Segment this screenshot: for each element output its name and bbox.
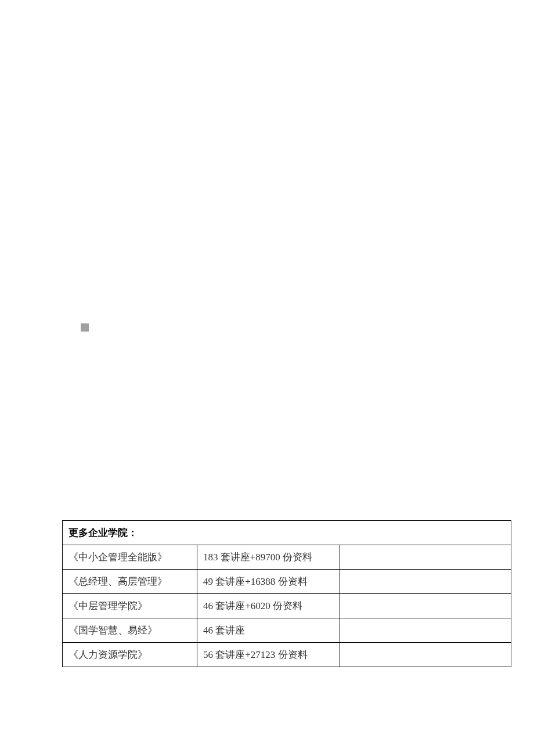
course-content-cell: 46 套讲座 xyxy=(197,618,340,643)
course-title-cell: 《中小企管理全能版》 xyxy=(63,545,197,570)
course-empty-cell xyxy=(340,594,511,618)
table-row: 《人力资源学院》 56 套讲座+27123 份资料 xyxy=(63,643,511,667)
course-title-cell: 《人力资源学院》 xyxy=(63,643,197,667)
table-row: 《中层管理学院》 46 套讲座+6020 份资料 xyxy=(63,594,511,618)
course-title-cell: 《国学智慧、易经》 xyxy=(63,618,197,643)
course-content-cell: 183 套讲座+89700 份资料 xyxy=(197,545,340,570)
course-empty-cell xyxy=(340,545,511,570)
table-row: 《国学智慧、易经》 46 套讲座 xyxy=(63,618,511,643)
course-table-container: 更多企业学院： 《中小企管理全能版》 183 套讲座+89700 份资料 《总经… xyxy=(62,520,511,667)
table-header-row: 更多企业学院： xyxy=(63,521,511,545)
course-empty-cell xyxy=(340,570,511,594)
square-marker-icon xyxy=(81,323,89,332)
course-content-cell: 49 套讲座+16388 份资料 xyxy=(197,570,340,594)
course-empty-cell xyxy=(340,643,511,667)
course-title-cell: 《总经理、高层管理》 xyxy=(63,570,197,594)
course-empty-cell xyxy=(340,618,511,643)
course-content-cell: 56 套讲座+27123 份资料 xyxy=(197,643,340,667)
table-row: 《总经理、高层管理》 49 套讲座+16388 份资料 xyxy=(63,570,511,594)
course-content-cell: 46 套讲座+6020 份资料 xyxy=(197,594,340,618)
table-header-cell: 更多企业学院： xyxy=(63,521,511,545)
course-title-cell: 《中层管理学院》 xyxy=(63,594,197,618)
course-table: 更多企业学院： 《中小企管理全能版》 183 套讲座+89700 份资料 《总经… xyxy=(62,520,511,667)
table-row: 《中小企管理全能版》 183 套讲座+89700 份资料 xyxy=(63,545,511,570)
